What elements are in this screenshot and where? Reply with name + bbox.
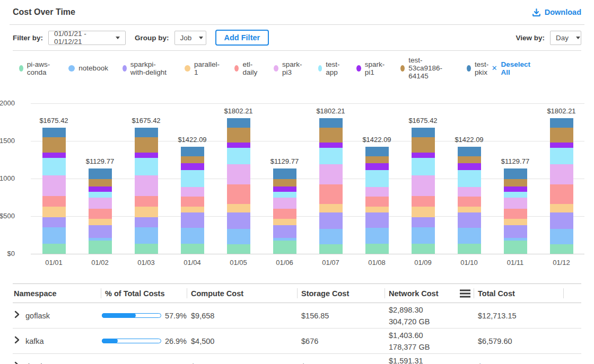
total-cost-cell: $12,713.15 [474,303,563,328]
bar-segment-test-53ca9186-64145 [365,156,389,164]
bar-segment-spark-pi1 [550,143,573,148]
column-header-namespace[interactable]: Namespace [13,284,101,303]
bar-segment-notebook [42,227,66,243]
chevron-right-icon[interactable] [14,336,20,346]
bar-segment-pi-aws-conda [458,244,481,254]
bar-segment-parallel-1 [504,219,527,226]
namespace-cost-table: Namespace % of Total Costs Compute Cost … [13,283,581,364]
bar-segment-test-app [319,148,343,164]
bar-segment-test-app [550,148,573,164]
stacked-bar-01/08: $1422.09 [365,147,389,254]
table-row: databases 6.09% $1016.29 $857.79 $1,591.… [13,354,581,364]
page-title: Cost Over Time [13,7,75,17]
bar-segment-pi-aws-conda [550,244,573,254]
bar-segment-sparkpi-with-delight [181,212,204,228]
group-by-select[interactable]: Job [174,31,206,45]
legend-item-label: test-53ca9186-64145 [408,56,452,80]
namespace-cell[interactable]: databases [13,354,101,364]
bar-segment-notebook [135,227,158,243]
bar-segment-test-53ca9186-64145 [227,128,250,143]
bar-total-label: $1802.21 [547,107,575,115]
view-by-select[interactable]: Day [550,31,581,45]
bar-segment-spark-pi1 [319,143,343,148]
stacked-bar-01/11: $1129.77 [504,168,527,254]
bar-segment-spark-pi1 [273,187,296,192]
legend-item-spark-pi1[interactable]: spark-pi1 [356,60,387,76]
bar-total-label: $1675.42 [39,117,68,125]
bar-segment-spark-pi1 [458,163,481,170]
bar-total-label: $1422.09 [455,136,483,144]
namespace-cell[interactable]: kafka [13,329,101,353]
deselect-all-button[interactable]: ✕ Deselect All [492,60,531,76]
chevron-right-icon[interactable] [14,310,20,321]
column-header-compute[interactable]: Compute Cost [187,284,297,303]
legend-item-pi-aws-conda[interactable]: pi-aws-conda [19,60,54,76]
progress-bar [102,313,161,318]
cost-over-time-panel: Cost Over Time Download Filter by: 01/01… [0,0,594,364]
namespace-cell[interactable]: goflask [13,303,101,328]
chevron-right-icon[interactable] [14,361,20,364]
network-cost-cell: $1,591.31 102,217 GB [385,354,474,364]
date-range-select[interactable]: 01/01/21 - 01/12/21 [48,31,126,45]
download-label: Download [545,8,581,16]
percent-value: 6.09% [165,362,187,364]
view-by-value: Day [556,34,569,42]
stacked-bar-01/02: $1129.77 [89,168,112,254]
legend-item-spark-pi3[interactable]: spark-pi3 [274,60,304,76]
bar-segment-test-app [504,192,527,198]
legend-item-sparkpi-with-delight[interactable]: sparkpi-with-delight [123,60,170,76]
bar-segment-pi-aws-conda [89,241,112,254]
column-header-network[interactable]: Network Cost [385,284,474,303]
legend-item-parallel-1[interactable]: parallel-1 [185,60,220,76]
filter-bar: Filter by: 01/01/21 - 01/12/21 Group by:… [13,25,581,51]
bar-segment-test-pkix [89,168,112,179]
bar-segment-pi-aws-conda [319,244,343,254]
y-axis-tick-label: $0 [0,250,15,258]
table-header-row: Namespace % of Total Costs Compute Cost … [13,284,581,303]
stacked-bar-01/04: $1422.09 [181,147,204,254]
bar-segment-parallel-1 [89,219,112,226]
bar-segment-parallel-1 [135,207,158,217]
bar-segment-pi-aws-conda [135,244,158,254]
bar-segment-test-app [412,158,435,175]
column-header-storage[interactable]: Storage Cost [297,284,385,303]
network-cost-cell: $1,403.60 178,377 GB [385,329,474,353]
bar-segment-spark-pi3 [365,187,389,197]
x-axis-tick-label: 01/12 [538,259,584,267]
stacked-bar-01/05: $1802.21 [227,118,250,254]
legend-item-test-pkix[interactable]: test-pkix [467,60,491,76]
legend-item-test-53ca9186-64145[interactable]: test-53ca9186-64145 [400,56,452,80]
legend-dot-icon [400,65,405,72]
add-filter-button[interactable]: Add Filter [215,30,269,46]
column-header-percent[interactable]: % of Total Costs [101,284,187,303]
bar-segment-sparkpi-with-delight [135,217,158,228]
network-gb-value: 178,377 GB [389,341,430,353]
legend-item-label: etl-daily [242,60,259,76]
bar-total-label: $1129.77 [501,157,529,165]
bar-total-label: $1129.77 [270,157,299,165]
bar-segment-test-pkix [365,147,389,156]
bar-segment-spark-pi1 [89,187,112,192]
bar-segment-test-53ca9186-64145 [273,179,296,187]
bar-segment-test-53ca9186-64145 [504,179,527,187]
column-header-total[interactable]: Total Cost [474,284,563,303]
gridline [31,216,584,217]
bar-segment-test-app [89,192,112,198]
legend-item-test-app[interactable]: test-app [318,60,342,76]
download-button[interactable]: Download [532,8,581,17]
legend-item-etl-daily[interactable]: etl-daily [234,60,259,76]
chart-legend: pi-aws-condanotebooksparkpi-with-delight… [13,51,581,84]
bar-total-label: $1675.42 [132,117,160,125]
bar-segment-test-app [227,148,250,164]
bar-segment-sparkpi-with-delight [42,217,66,228]
column-settings-icon[interactable] [460,288,470,299]
x-axis-tick-label: 01/06 [261,259,308,267]
bar-segment-etl-daily [227,184,250,204]
namespace-name: databases [25,362,61,364]
percent-cell: 57.9% [101,303,187,328]
legend-item-notebook[interactable]: notebook [68,64,108,72]
percent-value: 26.9% [165,337,187,345]
bar-segment-etl-daily [550,184,573,204]
legend-item-label: sparkpi-with-delight [130,60,171,76]
bar-segment-test-pkix [412,128,435,137]
